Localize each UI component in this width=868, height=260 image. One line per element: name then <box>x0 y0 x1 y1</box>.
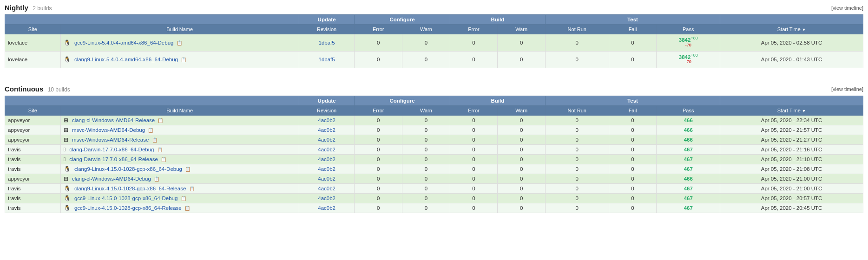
fail-cell: 0 <box>609 203 657 213</box>
cfg-warn-cell: 0 <box>402 164 450 174</box>
pass-value: 467 <box>684 205 693 211</box>
table-row: appveyor ⊞ clang-cl-Windows-AMD64-Debug … <box>5 174 863 184</box>
fail-cell: 0 <box>609 51 657 68</box>
nightly-view-timeline[interactable]: [view timeline] <box>831 5 863 11</box>
build-name-text[interactable]: clang-cl-Windows-AMD64-Debug <box>72 176 151 182</box>
nightly-configure-header: Configure <box>355 15 450 25</box>
bld-error-cell: 0 <box>450 184 498 194</box>
continuous-col-cfg-error: Error <box>355 106 402 116</box>
bld-warn-cell: 0 <box>498 155 546 164</box>
start-time-cell: Apr 05, 2020 - 21:00 UTC <box>720 184 863 194</box>
copy-icon[interactable]: 📋 <box>157 147 163 152</box>
revision-cell[interactable]: 4ac0b2 <box>299 116 355 125</box>
continuous-col-starttime[interactable]: Start Time <box>720 106 863 116</box>
bld-warn-cell: 0 <box>498 135 546 145</box>
continuous-view-timeline[interactable]: [view timeline] <box>831 86 863 92</box>
copy-icon[interactable]: 📋 <box>189 186 195 191</box>
build-name-text[interactable]: msvc-Windows-AMD64-Release <box>72 137 149 143</box>
nightly-test-header: Test <box>545 15 720 25</box>
bld-error-cell: 0 <box>450 125 498 135</box>
cfg-warn-cell: 0 <box>402 51 450 68</box>
start-time-cell: Apr 05, 2020 - 21:08 UTC <box>720 164 863 174</box>
revision-cell[interactable]: 4ac0b2 <box>299 155 355 164</box>
build-name-text[interactable]: gcc9-Linux-4.15.0-1028-gcp-x86_64-Releas… <box>74 205 182 211</box>
bld-error-cell: 0 <box>450 116 498 125</box>
nightly-col-starttime[interactable]: Start Time <box>720 25 863 34</box>
revision-cell[interactable]: 4ac0b2 <box>299 203 355 213</box>
cfg-error-cell: 0 <box>355 145 402 155</box>
copy-icon[interactable]: 📋 <box>161 157 166 162</box>
copy-icon[interactable]: 📋 <box>148 128 153 133</box>
copy-icon[interactable]: 📋 <box>181 57 186 62</box>
not-run-cell: 0 <box>545 135 609 145</box>
revision-cell[interactable]: 4ac0b2 <box>299 145 355 155</box>
not-run-cell: 0 <box>545 184 609 194</box>
continuous-update-header: Update <box>299 96 355 106</box>
pass-value: 467 <box>684 166 693 172</box>
continuous-spacer-header <box>720 96 863 106</box>
cfg-error-cell: 0 <box>355 135 402 145</box>
fail-cell: 0 <box>609 164 657 174</box>
revision-cell[interactable]: 1dbaf5 <box>299 34 355 52</box>
build-name-text[interactable]: clang9-Linux-4.15.0-1028-gcp-x86_64-Rele… <box>74 186 186 191</box>
build-name-text[interactable]: clang-Darwin-17.7.0-x86_64-Release <box>69 156 158 162</box>
pass-cell: 3842+80-70 <box>657 51 720 68</box>
copy-icon[interactable]: 📋 <box>154 176 159 182</box>
copy-icon[interactable]: 📋 <box>185 167 191 172</box>
revision-cell[interactable]: 1dbaf5 <box>299 51 355 68</box>
revision-cell[interactable]: 4ac0b2 <box>299 174 355 184</box>
bld-warn-cell: 0 <box>498 184 546 194</box>
continuous-col-cfg-warn: Warn <box>402 106 450 116</box>
not-run-cell: 0 <box>545 174 609 184</box>
start-time-cell: Apr 05, 2020 - 20:57 UTC <box>720 194 863 203</box>
build-name-cell: ⊞ msvc-Windows-AMD64-Debug 📋 <box>60 125 299 135</box>
os-icon: ⊞ <box>64 117 69 124</box>
continuous-empty-header <box>5 96 299 106</box>
bld-warn-cell: 0 <box>498 174 546 184</box>
fail-cell: 0 <box>609 155 657 164</box>
pass-value: 466 <box>684 117 693 123</box>
copy-icon[interactable]: 📋 <box>158 118 163 123</box>
continuous-col-bld-error: Error <box>450 106 498 116</box>
revision-cell[interactable]: 4ac0b2 <box>299 194 355 203</box>
start-time-cell: Apr 05, 2020 - 21:27 UTC <box>720 135 863 145</box>
build-name-text[interactable]: gcc9-Linux-4.15.0-1028-gcp-x86_64-Debug <box>74 195 178 201</box>
cfg-error-cell: 0 <box>355 203 402 213</box>
start-time-cell: Apr 05, 2020 - 01:43 UTC <box>720 51 863 68</box>
table-row: travis 🐧 gcc9-Linux-4.15.0-1028-gcp-x86_… <box>5 203 863 213</box>
nightly-build-header: Build <box>450 15 545 25</box>
copy-icon[interactable]: 📋 <box>181 196 186 201</box>
bld-warn-cell: 0 <box>498 164 546 174</box>
revision-cell[interactable]: 4ac0b2 <box>299 125 355 135</box>
bld-warn-cell: 0 <box>498 116 546 125</box>
pass-value: 3842 <box>679 54 691 59</box>
build-name-text[interactable]: clang9-Linux-4.15.0-1028-gcp-x86_64-Debu… <box>74 166 182 172</box>
bld-error-cell: 0 <box>450 51 498 68</box>
os-icon: ⊞ <box>64 176 69 182</box>
build-name-text[interactable]: msvc-Windows-AMD64-Debug <box>72 127 145 133</box>
table-row: travis  clang-Darwin-17.7.0-x86_64-Rele… <box>5 155 863 164</box>
start-time-cell: Apr 05, 2020 - 21:10 UTC <box>720 155 863 164</box>
copy-icon[interactable]: 📋 <box>177 40 182 46</box>
cfg-warn-cell: 0 <box>402 125 450 135</box>
continuous-section: Continuous 10 builds [view timeline] Upd… <box>0 81 868 221</box>
bld-error-cell: 0 <box>450 145 498 155</box>
fail-cell: 0 <box>609 125 657 135</box>
copy-icon[interactable]: 📋 <box>152 137 158 143</box>
cfg-error-cell: 0 <box>355 34 402 52</box>
build-name-text[interactable]: clang-cl-Windows-AMD64-Release <box>72 117 155 123</box>
table-row: travis 🐧 clang9-Linux-4.15.0-1028-gcp-x8… <box>5 164 863 174</box>
revision-cell[interactable]: 4ac0b2 <box>299 135 355 145</box>
build-name-text[interactable]: clang-Darwin-17.7.0-x86_64-Debug <box>69 147 154 152</box>
copy-icon[interactable]: 📋 <box>184 206 190 211</box>
bld-warn-cell: 0 <box>498 145 546 155</box>
continuous-col-site: Site <box>5 106 61 116</box>
build-name-cell: 🐧 gcc9-Linux-5.4.0-4-amd64-x86_64-Debug … <box>60 34 299 52</box>
revision-cell[interactable]: 4ac0b2 <box>299 164 355 174</box>
revision-cell[interactable]: 4ac0b2 <box>299 184 355 194</box>
pass-value: 466 <box>684 127 693 133</box>
pass-cell: 467 <box>657 194 720 203</box>
build-name-text[interactable]: gcc9-Linux-5.4.0-4-amd64-x86_64-Debug <box>74 40 174 46</box>
build-name-text[interactable]: clang9-Linux-5.4.0-4-amd64-x86_64-Debug <box>74 57 178 62</box>
cfg-warn-cell: 0 <box>402 116 450 125</box>
